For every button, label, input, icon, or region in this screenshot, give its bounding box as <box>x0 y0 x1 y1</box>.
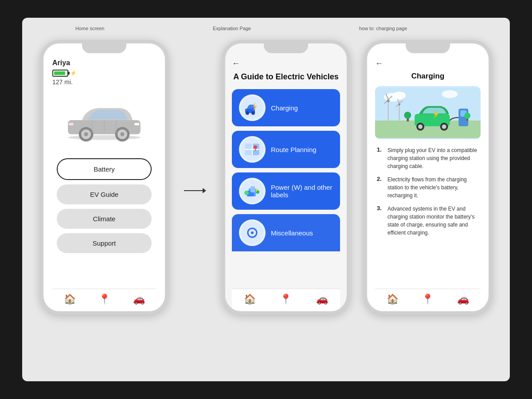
charging-step-1: 1. Simply plug your EV into a compatible… <box>377 146 479 170</box>
arrow-svg <box>184 186 206 195</box>
car-illustration <box>60 96 149 145</box>
route-label: Route Planning <box>271 146 317 153</box>
svg-point-54 <box>418 124 422 129</box>
svg-point-36 <box>251 231 254 234</box>
svg-point-41 <box>442 90 458 98</box>
screen-label-3: how to: charging page <box>359 26 407 31</box>
misc-icon-circle <box>239 219 266 246</box>
screen-label-2: Explanation Page <box>213 26 251 31</box>
arrow-container <box>182 40 208 315</box>
phone-1: Ariya ⚡ 127 mi. <box>40 40 168 315</box>
mileage-text: 127 mi. <box>52 78 156 86</box>
step-2-num: 2. <box>377 176 384 200</box>
svg-point-7 <box>120 132 124 136</box>
phone-notch-1 <box>82 43 126 53</box>
guide-content: ← A Guide to Electric Vehicles <box>225 43 347 311</box>
svg-marker-14 <box>203 188 206 193</box>
battery-button[interactable]: Battery <box>57 158 152 180</box>
main-container: Home screen Explanation Page how to: cha… <box>22 18 510 381</box>
climate-button[interactable]: Climate <box>57 209 152 229</box>
car-image-area <box>52 89 156 151</box>
navigation-arrow <box>182 186 208 195</box>
svg-rect-8 <box>134 123 139 125</box>
location-nav-icon-2[interactable]: 📍 <box>280 293 292 305</box>
bottom-nav-1: 🏠 📍 🚗 <box>52 289 156 311</box>
svg-point-17 <box>246 111 249 115</box>
home-screen: Ariya ⚡ 127 mi. <box>43 43 165 311</box>
svg-point-63 <box>464 113 470 119</box>
location-nav-icon-1[interactable]: 📍 <box>98 293 110 305</box>
guide-item-route[interactable]: Route Planning <box>232 131 340 168</box>
step-3-num: 3. <box>377 205 384 237</box>
home-content: Ariya ⚡ 127 mi. <box>43 43 165 311</box>
home-nav-icon-1[interactable]: 🏠 <box>64 293 76 305</box>
location-nav-icon-3[interactable]: 📍 <box>422 293 434 305</box>
charging-step-3: 3. Advanced systems in the EV and chargi… <box>377 205 479 237</box>
svg-point-31 <box>244 191 249 195</box>
battery-bolt-icon: ⚡ <box>70 70 77 76</box>
charging-icon-circle <box>239 94 266 121</box>
phone-notch-2 <box>264 43 308 53</box>
home-nav-icon-3[interactable]: 🏠 <box>387 293 399 305</box>
battery-icon <box>52 70 68 77</box>
svg-point-18 <box>251 111 255 115</box>
battery-bar: ⚡ <box>52 70 156 77</box>
bottom-nav-3: 🏠 📍 🚗 <box>375 289 481 311</box>
screen-label-1: Home screen <box>75 26 104 31</box>
svg-point-0 <box>68 135 141 140</box>
route-icon-circle <box>239 136 266 163</box>
support-button[interactable]: Support <box>57 233 152 253</box>
svg-point-32 <box>256 190 259 194</box>
step-2-text: Electricity flows from the charging stat… <box>387 176 479 200</box>
guide-item-charging[interactable]: Charging <box>232 89 340 126</box>
misc-label: Miscellaneous <box>271 229 313 237</box>
phone-2: ← A Guide to Electric Vehicles <box>222 40 350 315</box>
phone-notch-3 <box>406 43 450 53</box>
power-icon-circle <box>239 178 266 204</box>
svg-rect-30 <box>250 186 255 192</box>
charging-label: Charging <box>271 104 298 112</box>
car-nav-icon-1[interactable]: 🚗 <box>133 293 145 305</box>
back-button-2[interactable]: ← <box>232 59 340 68</box>
nav-buttons: Battery EV Guide Climate Support <box>52 158 156 253</box>
svg-point-4 <box>84 132 88 136</box>
ev-guide-button[interactable]: EV Guide <box>57 184 152 204</box>
back-button-3[interactable]: ← <box>375 59 481 68</box>
svg-point-56 <box>442 124 446 129</box>
charging-image <box>375 86 481 139</box>
guide-item-misc-partial[interactable]: Miscellaneous <box>232 214 340 251</box>
step-1-num: 1. <box>377 146 384 170</box>
car-nav-icon-3[interactable]: 🚗 <box>457 293 469 305</box>
charging-screen: ← Charging <box>367 43 489 311</box>
charging-step-2: 2. Electricity flows from the charging s… <box>377 176 479 200</box>
charging-content: ← Charging <box>367 43 489 311</box>
guide-item-power[interactable]: Power (W) and other labels <box>232 172 340 210</box>
car-nav-icon-2[interactable]: 🚗 <box>316 293 328 305</box>
guide-title: A Guide to Electric Vehicles <box>232 72 340 82</box>
step-1-text: Simply plug your EV into a compatible ch… <box>387 146 479 170</box>
charging-steps: 1. Simply plug your EV into a compatible… <box>375 146 481 289</box>
power-label: Power (W) and other labels <box>271 184 333 199</box>
step-3-text: Advanced systems in the EV and charging … <box>387 205 479 237</box>
svg-point-61 <box>404 112 411 119</box>
car-name: Ariya <box>52 59 156 67</box>
charging-page-title: Charging <box>375 72 481 81</box>
svg-rect-9 <box>69 123 74 125</box>
home-nav-icon-2[interactable]: 🏠 <box>244 293 256 305</box>
svg-point-40 <box>393 91 406 99</box>
battery-fill <box>54 71 65 75</box>
charging-illustration <box>375 87 481 138</box>
svg-point-25 <box>254 145 257 149</box>
bottom-nav-2: 🏠 📍 🚗 <box>232 289 340 311</box>
guide-screen: ← A Guide to Electric Vehicles <box>225 43 347 311</box>
phone-3: ← Charging <box>364 40 492 315</box>
